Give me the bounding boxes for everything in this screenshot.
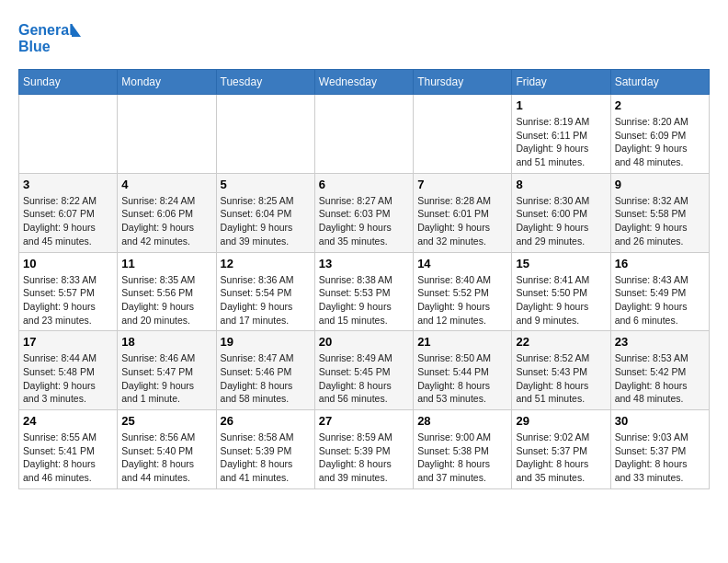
calendar-cell: 2Sunrise: 8:20 AMSunset: 6:09 PMDaylight…	[610, 95, 709, 174]
day-info: Sunrise: 8:27 AMSunset: 6:03 PMDaylight:…	[319, 194, 409, 248]
calendar-cell: 27Sunrise: 8:59 AMSunset: 5:39 PMDayligh…	[314, 410, 413, 489]
day-info: Sunrise: 8:58 AMSunset: 5:39 PMDaylight:…	[221, 431, 311, 485]
day-info: Sunrise: 8:53 AMSunset: 5:42 PMDaylight:…	[615, 351, 705, 406]
day-number: 30	[615, 414, 705, 428]
day-number: 20	[319, 335, 409, 349]
day-number: 14	[417, 257, 507, 270]
calendar-cell: 26Sunrise: 8:58 AMSunset: 5:39 PMDayligh…	[216, 410, 314, 489]
day-number: 5	[221, 178, 311, 191]
col-header-sunday: Sunday	[19, 70, 118, 95]
calendar-cell: 15Sunrise: 8:41 AMSunset: 5:50 PMDayligh…	[512, 252, 610, 331]
day-info: Sunrise: 8:47 AMSunset: 5:46 PMDaylight:…	[221, 351, 311, 406]
calendar-cell: 29Sunrise: 9:02 AMSunset: 5:37 PMDayligh…	[512, 410, 610, 489]
col-header-thursday: Thursday	[414, 70, 512, 95]
calendar-cell: 14Sunrise: 8:40 AMSunset: 5:52 PMDayligh…	[414, 252, 512, 331]
day-info: Sunrise: 8:20 AMSunset: 6:09 PMDaylight:…	[615, 115, 705, 169]
day-number: 16	[615, 257, 705, 270]
day-number: 3	[23, 178, 113, 191]
col-header-wednesday: Wednesday	[314, 70, 413, 95]
calendar-cell: 19Sunrise: 8:47 AMSunset: 5:46 PMDayligh…	[216, 331, 314, 410]
calendar-week-row: 17Sunrise: 8:44 AMSunset: 5:48 PMDayligh…	[19, 331, 710, 410]
calendar-cell: 1Sunrise: 8:19 AMSunset: 6:11 PMDaylight…	[512, 95, 610, 174]
day-number: 23	[615, 335, 705, 349]
day-info: Sunrise: 9:03 AMSunset: 5:37 PMDaylight:…	[615, 431, 705, 485]
calendar-cell: 5Sunrise: 8:25 AMSunset: 6:04 PMDaylight…	[216, 173, 314, 252]
calendar-cell: 10Sunrise: 8:33 AMSunset: 5:57 PMDayligh…	[19, 252, 118, 331]
day-number: 7	[417, 178, 507, 191]
day-number: 21	[417, 335, 507, 349]
calendar-cell: 4Sunrise: 8:24 AMSunset: 6:06 PMDaylight…	[118, 173, 216, 252]
day-number: 10	[23, 257, 113, 270]
day-info: Sunrise: 8:32 AMSunset: 5:58 PMDaylight:…	[615, 194, 705, 248]
logo-svg: GeneralBlue	[18, 18, 83, 60]
day-info: Sunrise: 9:00 AMSunset: 5:38 PMDaylight:…	[417, 431, 507, 485]
logo: GeneralBlue	[18, 18, 83, 60]
day-info: Sunrise: 8:59 AMSunset: 5:39 PMDaylight:…	[319, 431, 409, 485]
day-number: 9	[615, 178, 705, 191]
calendar-cell: 9Sunrise: 8:32 AMSunset: 5:58 PMDaylight…	[610, 173, 709, 252]
day-number: 25	[121, 414, 211, 428]
calendar-cell: 28Sunrise: 9:00 AMSunset: 5:38 PMDayligh…	[414, 410, 512, 489]
day-info: Sunrise: 8:40 AMSunset: 5:52 PMDaylight:…	[417, 273, 507, 327]
calendar-cell: 18Sunrise: 8:46 AMSunset: 5:47 PMDayligh…	[118, 331, 216, 410]
calendar-week-row: 24Sunrise: 8:55 AMSunset: 5:41 PMDayligh…	[19, 410, 710, 489]
calendar-table: SundayMondayTuesdayWednesdayThursdayFrid…	[18, 69, 710, 489]
day-info: Sunrise: 8:38 AMSunset: 5:53 PMDaylight:…	[319, 273, 409, 327]
day-number: 13	[319, 257, 409, 270]
day-info: Sunrise: 8:43 AMSunset: 5:49 PMDaylight:…	[615, 273, 705, 327]
day-number: 17	[23, 335, 113, 349]
day-number: 26	[221, 414, 311, 428]
col-header-saturday: Saturday	[610, 70, 709, 95]
day-number: 2	[615, 98, 705, 112]
day-info: Sunrise: 8:28 AMSunset: 6:01 PMDaylight:…	[417, 194, 507, 248]
page-header: GeneralBlue	[18, 18, 710, 60]
calendar-cell: 25Sunrise: 8:56 AMSunset: 5:40 PMDayligh…	[118, 410, 216, 489]
day-info: Sunrise: 8:25 AMSunset: 6:04 PMDaylight:…	[221, 194, 311, 248]
calendar-cell: 7Sunrise: 8:28 AMSunset: 6:01 PMDaylight…	[414, 173, 512, 252]
calendar-cell: 17Sunrise: 8:44 AMSunset: 5:48 PMDayligh…	[19, 331, 118, 410]
day-number: 15	[516, 257, 606, 270]
day-info: Sunrise: 8:56 AMSunset: 5:40 PMDaylight:…	[121, 431, 211, 485]
calendar-cell	[314, 95, 413, 174]
day-info: Sunrise: 8:30 AMSunset: 6:00 PMDaylight:…	[516, 194, 606, 248]
day-info: Sunrise: 8:50 AMSunset: 5:44 PMDaylight:…	[417, 351, 507, 406]
svg-marker-2	[72, 24, 81, 37]
day-number: 28	[417, 414, 507, 428]
calendar-header-row: SundayMondayTuesdayWednesdayThursdayFrid…	[19, 70, 710, 95]
col-header-monday: Monday	[118, 70, 216, 95]
day-info: Sunrise: 8:52 AMSunset: 5:43 PMDaylight:…	[516, 351, 606, 406]
col-header-friday: Friday	[512, 70, 610, 95]
day-info: Sunrise: 8:35 AMSunset: 5:56 PMDaylight:…	[121, 273, 211, 327]
svg-text:Blue: Blue	[18, 39, 51, 54]
day-info: Sunrise: 8:24 AMSunset: 6:06 PMDaylight:…	[121, 194, 211, 248]
calendar-cell	[216, 95, 314, 174]
calendar-week-row: 10Sunrise: 8:33 AMSunset: 5:57 PMDayligh…	[19, 252, 710, 331]
calendar-cell	[414, 95, 512, 174]
calendar-cell: 16Sunrise: 8:43 AMSunset: 5:49 PMDayligh…	[610, 252, 709, 331]
calendar-cell	[19, 95, 118, 174]
calendar-cell: 3Sunrise: 8:22 AMSunset: 6:07 PMDaylight…	[19, 173, 118, 252]
calendar-cell	[118, 95, 216, 174]
day-info: Sunrise: 8:36 AMSunset: 5:54 PMDaylight:…	[221, 273, 311, 327]
day-info: Sunrise: 8:22 AMSunset: 6:07 PMDaylight:…	[23, 194, 113, 248]
calendar-cell: 6Sunrise: 8:27 AMSunset: 6:03 PMDaylight…	[314, 173, 413, 252]
day-number: 12	[221, 257, 311, 270]
day-info: Sunrise: 8:33 AMSunset: 5:57 PMDaylight:…	[23, 273, 113, 327]
col-header-tuesday: Tuesday	[216, 70, 314, 95]
day-number: 6	[319, 178, 409, 191]
day-number: 24	[23, 414, 113, 428]
calendar-cell: 23Sunrise: 8:53 AMSunset: 5:42 PMDayligh…	[610, 331, 709, 410]
calendar-cell: 20Sunrise: 8:49 AMSunset: 5:45 PMDayligh…	[314, 331, 413, 410]
calendar-cell: 13Sunrise: 8:38 AMSunset: 5:53 PMDayligh…	[314, 252, 413, 331]
day-info: Sunrise: 8:44 AMSunset: 5:48 PMDaylight:…	[23, 351, 113, 406]
day-number: 11	[121, 257, 211, 270]
calendar-cell: 30Sunrise: 9:03 AMSunset: 5:37 PMDayligh…	[610, 410, 709, 489]
day-number: 22	[516, 335, 606, 349]
day-info: Sunrise: 8:49 AMSunset: 5:45 PMDaylight:…	[319, 351, 409, 406]
day-number: 4	[121, 178, 211, 191]
svg-text:General: General	[18, 22, 74, 38]
day-number: 8	[516, 178, 606, 191]
day-number: 18	[121, 335, 211, 349]
day-number: 27	[319, 414, 409, 428]
calendar-cell: 21Sunrise: 8:50 AMSunset: 5:44 PMDayligh…	[414, 331, 512, 410]
